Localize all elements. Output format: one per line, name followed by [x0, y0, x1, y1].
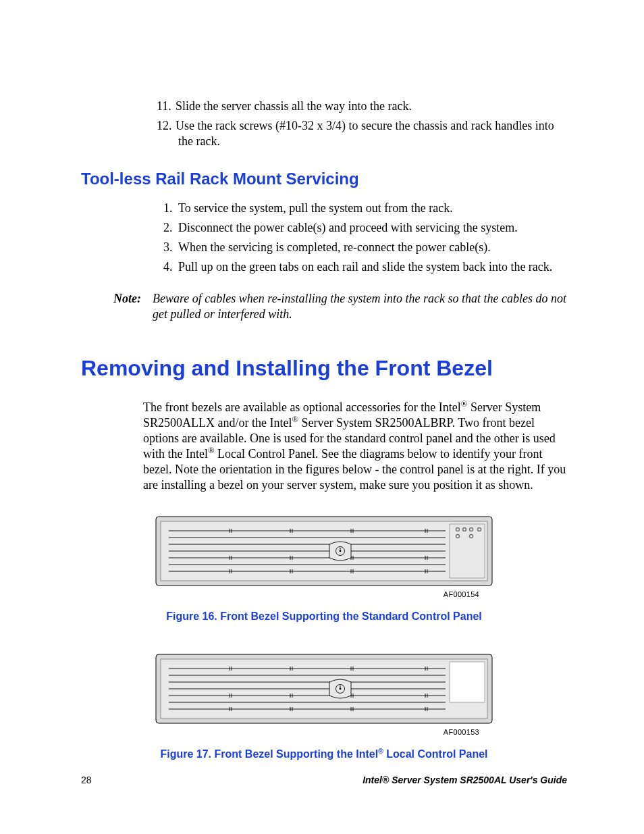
- lock-icon: [329, 679, 351, 698]
- note-label: Note:: [113, 291, 153, 322]
- figure-source-id: AF000154: [81, 590, 479, 598]
- page-number: 28: [81, 775, 92, 785]
- svg-rect-36: [450, 524, 485, 578]
- list-item-text: Slide the server chassis all the way int…: [176, 99, 412, 113]
- registered-mark: ®: [378, 748, 383, 755]
- list-item-text: Pull up on the green tabs on each rail a…: [178, 260, 552, 273]
- list-item: When the servicing is completed, re-conn…: [176, 240, 567, 255]
- heading-front-bezel: Removing and Installing the Front Bezel: [81, 356, 567, 381]
- list-item: Slide the server chassis all the way int…: [176, 99, 567, 114]
- bezel-paragraph: The front bezels are available as option…: [143, 400, 567, 493]
- list-item: Disconnect the power cable(s) and procee…: [176, 220, 567, 236]
- list-item-text: When the servicing is completed, re-conn…: [178, 240, 491, 254]
- figure-caption-pre: Figure 17. Front Bezel Supporting the In…: [160, 748, 378, 760]
- bezel-lcp-illustration: [155, 654, 493, 724]
- list-item: Pull up on the green tabs on each rail a…: [176, 259, 567, 275]
- figure-caption: Figure 17. Front Bezel Supporting the In…: [81, 748, 567, 760]
- bezel-standard-illustration: [155, 516, 493, 586]
- svg-rect-79: [450, 662, 485, 702]
- list-item-text: Use the rack screws (#10-32 x 3/4) to se…: [176, 119, 554, 148]
- footer-title: Intel® Server System SR2500AL User's Gui…: [363, 775, 567, 785]
- figure-caption: Figure 16. Front Bezel Supporting the St…: [81, 610, 567, 623]
- list-item-text: To service the system, pull the system o…: [178, 201, 453, 215]
- figure-16: AF000154 Figure 16. Front Bezel Supporti…: [81, 516, 567, 623]
- heading-tool-less-servicing: Tool-less Rail Rack Mount Servicing: [81, 170, 567, 188]
- figure-caption-post: Local Control Panel: [383, 748, 488, 760]
- list-item: To service the system, pull the system o…: [176, 201, 567, 216]
- figure-17: AF000153 Figure 17. Front Bezel Supporti…: [81, 654, 567, 760]
- install-steps-continued: Slide the server chassis all the way int…: [81, 99, 567, 149]
- servicing-steps: To service the system, pull the system o…: [81, 201, 567, 275]
- note-text: Beware of cables when re-installing the …: [153, 291, 567, 322]
- list-item-text: Disconnect the power cable(s) and procee…: [178, 221, 518, 234]
- lock-icon: [329, 542, 351, 561]
- list-item: Use the rack screws (#10-32 x 3/4) to se…: [176, 118, 567, 149]
- figure-source-id: AF000153: [81, 728, 479, 736]
- note-block: Note: Beware of cables when re-installin…: [113, 291, 567, 322]
- page-footer: 28 Intel® Server System SR2500AL User's …: [81, 775, 567, 785]
